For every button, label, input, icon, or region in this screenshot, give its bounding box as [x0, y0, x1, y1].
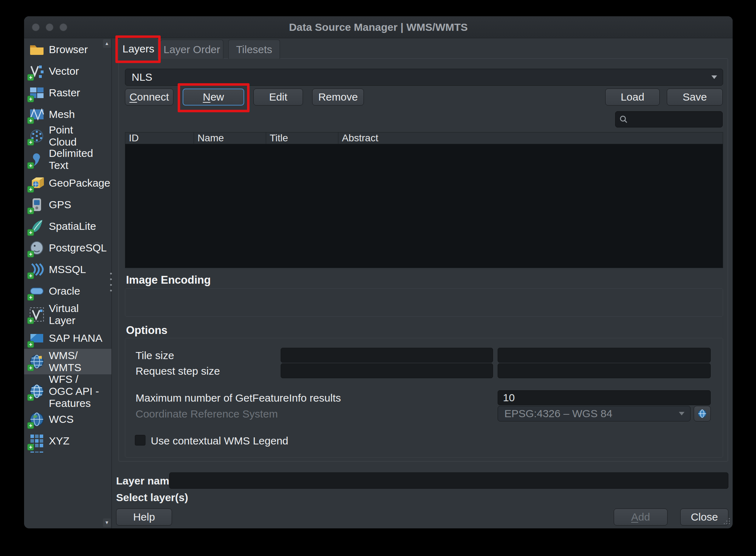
- sidebar-scroll-down-icon[interactable]: ▼: [103, 518, 111, 527]
- sidebar-item-label: Browser: [49, 44, 103, 56]
- edit-connection-button[interactable]: Edit: [253, 89, 303, 106]
- sidebar-item-label: Oracle: [49, 285, 103, 297]
- add-badge-icon: +: [27, 74, 34, 81]
- request-step-height-input[interactable]: [498, 363, 711, 378]
- tab-layer-order[interactable]: Layer Order: [160, 40, 223, 59]
- column-header-abstract[interactable]: Abstract: [338, 132, 723, 144]
- sidebar-item-sap-hana[interactable]: + SAP HANA: [24, 327, 111, 349]
- add-badge-icon: +: [27, 208, 34, 214]
- data-source-manager-window: Data Source Manager | WMS/WMTS Browser +…: [24, 16, 733, 528]
- request-step-size-label: Request step size: [136, 365, 220, 377]
- sidebar-item-label: MSSQL: [49, 263, 103, 276]
- splitter-handle[interactable]: [110, 273, 112, 295]
- sidebar-scroll-up-icon[interactable]: ▲: [103, 39, 111, 48]
- tile-size-label: Tile size: [136, 350, 174, 362]
- folder-icon: [29, 42, 45, 57]
- sidebar-item-label: Raster: [49, 87, 103, 99]
- raster-layer-icon: +: [29, 85, 45, 101]
- crs-picker-button[interactable]: [694, 406, 711, 421]
- add-badge-icon: +: [27, 394, 34, 401]
- add-badge-icon: +: [27, 272, 34, 279]
- zoom-window-button[interactable]: [59, 23, 67, 31]
- sidebar-item-spatialite[interactable]: + SpatiaLite: [24, 215, 111, 237]
- sidebar-item-gps[interactable]: + GPS: [24, 194, 111, 215]
- sidebar-item-raster[interactable]: + Raster: [24, 82, 111, 103]
- sidebar-item-postgresql[interactable]: + PostgreSQL: [24, 237, 111, 259]
- column-header-id[interactable]: ID: [125, 132, 194, 144]
- crs-label: Coordinate Reference System: [136, 408, 278, 420]
- spatialite-icon: +: [29, 219, 45, 234]
- options-title: Options: [126, 324, 167, 337]
- sidebar-item-vector[interactable]: + Vector: [24, 60, 111, 82]
- tile-size-width-input[interactable]: [281, 348, 493, 363]
- sidebar-item-partial[interactable]: [24, 452, 111, 459]
- sidebar-item-label: PostgreSQL: [49, 242, 103, 254]
- remove-connection-button[interactable]: Remove: [312, 89, 364, 106]
- point-cloud-icon: +: [29, 128, 45, 144]
- postgresql-icon: +: [29, 240, 45, 256]
- add-badge-icon: +: [27, 229, 34, 236]
- sidebar-item-oracle[interactable]: + Oracle: [24, 280, 111, 302]
- column-header-name[interactable]: Name: [194, 132, 266, 144]
- sidebar-item-geopackage[interactable]: + GeoPackage: [24, 172, 111, 194]
- layer-name-input[interactable]: [169, 472, 728, 489]
- sidebar-item-point-cloud[interactable]: + Point Cloud: [24, 125, 111, 147]
- add-badge-icon: +: [27, 251, 34, 257]
- sidebar-item-label: WFS / OGC API - Features: [49, 373, 103, 409]
- sidebar-item-wms-wmts[interactable]: + WMS/WMTS: [24, 349, 111, 374]
- sidebar-item-delimited-text[interactable]: + Delimited Text: [24, 147, 111, 172]
- image-encoding-group: [125, 288, 723, 317]
- sidebar-item-label: Mesh: [49, 108, 103, 120]
- minimize-window-button[interactable]: [46, 23, 53, 31]
- wms-wmts-icon: +: [29, 354, 45, 369]
- edit-button-label: Edit: [269, 91, 287, 103]
- contextual-legend-checkbox[interactable]: [135, 435, 145, 446]
- max-getfeatureinfo-label: Maximum number of GetFeatureInfo results: [136, 392, 341, 404]
- sidebar-item-browser[interactable]: Browser: [24, 39, 111, 60]
- close-window-button[interactable]: [32, 23, 40, 31]
- close-button[interactable]: Close: [680, 509, 728, 526]
- resize-grip[interactable]: [723, 517, 731, 527]
- sidebar-item-label: Virtual Layer: [49, 302, 103, 327]
- delimited-text-icon: +: [29, 152, 45, 167]
- connect-button[interactable]: Connect: [125, 89, 173, 106]
- contextual-legend-label: Use contextual WMS Legend: [151, 435, 288, 447]
- load-button[interactable]: Load: [605, 89, 660, 106]
- vector-layer-icon: +: [29, 63, 45, 79]
- tile-size-height-input[interactable]: [498, 348, 711, 363]
- load-button-label: Load: [621, 91, 645, 103]
- sidebar-item-wfs-ogc-api-features[interactable]: + WFS / OGC API - Features: [24, 374, 111, 408]
- close-button-label: Close: [691, 511, 718, 523]
- max-getfeatureinfo-input[interactable]: [498, 390, 711, 405]
- add-badge-icon: +: [27, 364, 34, 371]
- sidebar-item-wcs[interactable]: + WCS: [24, 408, 111, 430]
- oracle-icon: +: [29, 283, 45, 299]
- sidebar-item-label: Vector: [49, 65, 103, 77]
- partial-item-icon: [29, 452, 45, 459]
- save-button[interactable]: Save: [667, 89, 723, 106]
- sidebar-item-label: WMS/WMTS: [49, 350, 83, 374]
- sidebar-item-mssql[interactable]: + MSSQL: [24, 259, 111, 280]
- column-header-title[interactable]: Title: [266, 132, 338, 144]
- annotation-layers-tab: [115, 35, 161, 63]
- tab-layer-order-label: Layer Order: [164, 44, 220, 56]
- search-input[interactable]: [631, 114, 719, 125]
- sidebar-item-xyz[interactable]: + XYZ: [24, 430, 111, 452]
- add-badge-icon: +: [27, 162, 34, 169]
- save-button-label: Save: [683, 91, 707, 103]
- help-button[interactable]: Help: [116, 509, 172, 526]
- window-titlebar[interactable]: Data Source Manager | WMS/WMTS: [24, 16, 733, 38]
- add-badge-icon: +: [27, 422, 34, 429]
- sidebar-item-label: Point Cloud: [49, 124, 103, 148]
- sidebar-item-mesh[interactable]: + Mesh: [24, 103, 111, 125]
- request-step-width-input[interactable]: [281, 363, 493, 378]
- connect-button-label: Connect: [130, 91, 169, 103]
- chevron-down-icon: [679, 412, 685, 415]
- search-icon: [619, 115, 628, 124]
- sidebar-item-label: SAP HANA: [49, 332, 103, 344]
- crs-select: EPSG:4326 – WGS 84: [498, 406, 691, 421]
- sidebar-item-virtual-layer[interactable]: + Virtual Layer: [24, 302, 111, 327]
- add-badge-icon: +: [27, 294, 34, 301]
- tab-tilesets[interactable]: Tilesets: [228, 40, 280, 59]
- wcs-icon: +: [29, 412, 45, 427]
